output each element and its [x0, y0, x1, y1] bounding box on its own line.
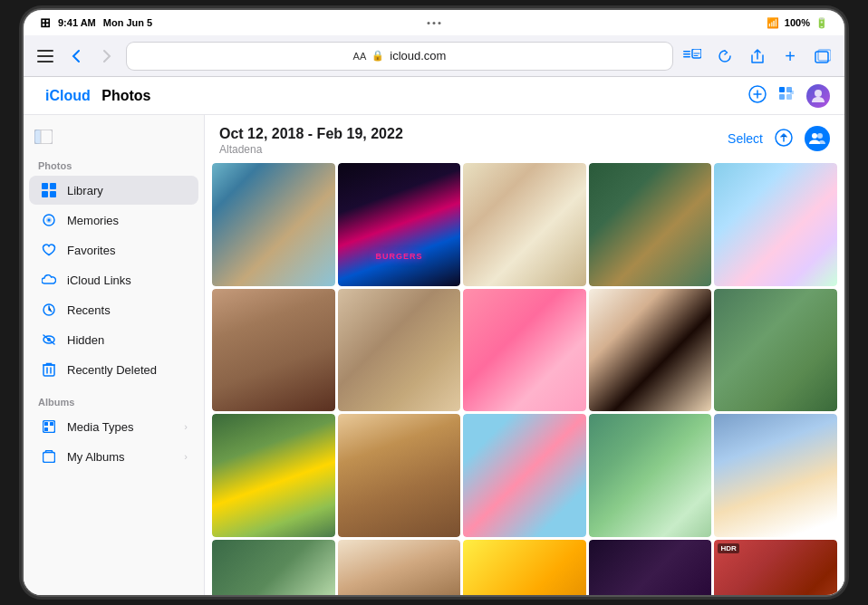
svg-rect-20 — [50, 183, 56, 189]
photo-cell[interactable] — [714, 163, 837, 286]
sidebar-item-memories[interactable]: Memories — [29, 206, 198, 235]
memories-label: Memories — [67, 214, 188, 227]
sidebar-toggle-icon[interactable]: ⊞ — [40, 15, 51, 30]
photo-cell[interactable] — [338, 414, 461, 537]
photo-cell[interactable] — [714, 289, 837, 412]
status-left: ⊞ 9:41 AM Mon Jun 5 — [40, 15, 152, 30]
svg-rect-0 — [37, 50, 53, 52]
photo-cell[interactable]: BURGERS — [338, 163, 461, 286]
svg-rect-22 — [50, 191, 56, 197]
sidebar-item-favorites[interactable]: Favorites — [29, 235, 198, 264]
media-types-label: Media Types — [67, 420, 178, 434]
svg-rect-1 — [37, 55, 53, 57]
browser-bar: AA 🔒 icloud.com + — [24, 35, 844, 77]
url-display: icloud.com — [390, 49, 446, 62]
reader-button[interactable] — [680, 43, 705, 69]
sidebar-item-icloud-links[interactable]: iCloud Links — [29, 265, 198, 294]
svg-point-38 — [817, 133, 823, 139]
library-label: Library — [67, 184, 188, 197]
address-bar[interactable]: AA 🔒 icloud.com — [127, 43, 672, 70]
photo-cell[interactable] — [589, 414, 712, 537]
svg-rect-35 — [43, 453, 55, 463]
app-title: iCloud Photos — [45, 88, 150, 104]
svg-rect-3 — [683, 51, 690, 53]
ipad-device: ⊞ 9:41 AM Mon Jun 5 📶 100% 🔋 — [22, 8, 846, 597]
sidebar-item-recently-deleted[interactable]: Recently Deleted — [29, 355, 198, 384]
photo-cell[interactable] — [338, 289, 461, 412]
aa-label: AA — [353, 51, 367, 62]
sidebar-top-icon[interactable] — [24, 126, 204, 155]
photo-cell[interactable] — [212, 540, 335, 597]
people-icon[interactable] — [805, 126, 830, 151]
clock-icon — [40, 301, 58, 319]
photo-cell[interactable] — [463, 414, 586, 537]
photos-label: Photos — [101, 88, 150, 104]
photo-cell[interactable] — [463, 540, 586, 597]
header-right-actions — [748, 84, 830, 108]
svg-rect-13 — [786, 94, 792, 100]
browser-actions: + — [680, 43, 835, 69]
svg-rect-32 — [44, 422, 48, 426]
photo-cell[interactable] — [714, 414, 837, 537]
add-photo-button[interactable] — [748, 85, 767, 106]
library-icon — [40, 181, 58, 199]
add-button[interactable]: + — [777, 43, 803, 69]
date-display: Mon Jun 5 — [103, 17, 152, 28]
svg-rect-4 — [683, 53, 690, 55]
photo-cell[interactable] — [212, 163, 335, 286]
svg-rect-10 — [779, 87, 785, 92]
content-area: Oct 12, 2018 - Feb 19, 2022 Altadena Sel… — [205, 115, 844, 597]
forward-button[interactable] — [94, 43, 120, 69]
sidebar-item-recents[interactable]: Recents — [29, 295, 198, 324]
sidebar-toggle-button[interactable] — [33, 43, 58, 69]
photo-cell[interactable] — [589, 289, 712, 412]
photo-cell[interactable] — [463, 289, 586, 412]
memories-icon — [40, 211, 58, 229]
svg-rect-12 — [779, 94, 785, 100]
photo-cell[interactable] — [338, 540, 461, 597]
svg-rect-17 — [34, 130, 41, 144]
svg-rect-21 — [42, 191, 48, 197]
svg-rect-33 — [50, 422, 53, 426]
photo-cell[interactable] — [212, 289, 335, 412]
photo-grid: BURGERS — [205, 163, 844, 597]
svg-point-37 — [812, 133, 817, 139]
recents-label: Recents — [67, 303, 188, 317]
icloud-links-label: iCloud Links — [67, 274, 188, 287]
grid-view-button[interactable] — [777, 85, 796, 106]
back-button[interactable] — [63, 43, 89, 69]
heart-icon — [40, 241, 58, 259]
svg-rect-5 — [683, 56, 690, 58]
svg-rect-34 — [44, 427, 48, 431]
status-bar: ⊞ 9:41 AM Mon Jun 5 📶 100% 🔋 — [24, 10, 844, 35]
media-types-arrow: › — [184, 421, 188, 432]
photo-cell[interactable] — [212, 414, 335, 537]
browser-controls — [33, 43, 120, 69]
svg-rect-19 — [42, 183, 48, 189]
select-button[interactable]: Select — [728, 131, 763, 146]
photo-cell[interactable] — [589, 163, 712, 286]
sidebar-item-library[interactable]: Library — [29, 176, 198, 205]
wifi-icon: 📶 — [767, 17, 779, 29]
photo-cell[interactable] — [463, 163, 586, 286]
icloud-label: iCloud — [45, 88, 91, 104]
status-right: 📶 100% 🔋 — [767, 17, 828, 29]
share-button[interactable] — [745, 43, 770, 69]
photo-cell[interactable]: HDR — [714, 540, 837, 597]
user-avatar[interactable] — [806, 84, 830, 108]
hidden-label: Hidden — [67, 333, 188, 347]
refresh-button[interactable] — [712, 43, 738, 69]
tabs-button[interactable] — [810, 43, 835, 69]
eye-icon — [40, 331, 58, 349]
battery-display: 100% — [785, 17, 810, 28]
svg-rect-2 — [37, 61, 53, 62]
upload-button[interactable] — [774, 128, 794, 150]
sidebar-item-hidden[interactable]: Hidden — [29, 325, 198, 354]
my-albums-icon — [40, 447, 58, 466]
photo-cell[interactable] — [589, 540, 712, 597]
sidebar-item-my-albums[interactable]: My Albums › — [29, 442, 198, 471]
content-title-block: Oct 12, 2018 - Feb 19, 2022 Altadena — [219, 126, 403, 156]
photos-section-label: Photos — [24, 155, 204, 175]
sidebar-item-media-types[interactable]: Media Types › — [29, 412, 198, 441]
hdr-badge: HDR — [718, 543, 738, 553]
